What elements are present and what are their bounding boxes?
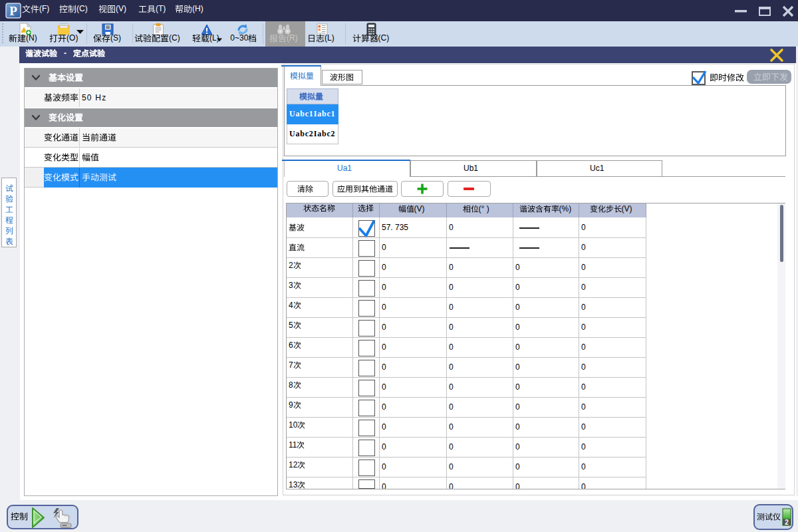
svg-text:2: 2 bbox=[785, 519, 789, 526]
svg-text:P: P bbox=[9, 4, 17, 18]
